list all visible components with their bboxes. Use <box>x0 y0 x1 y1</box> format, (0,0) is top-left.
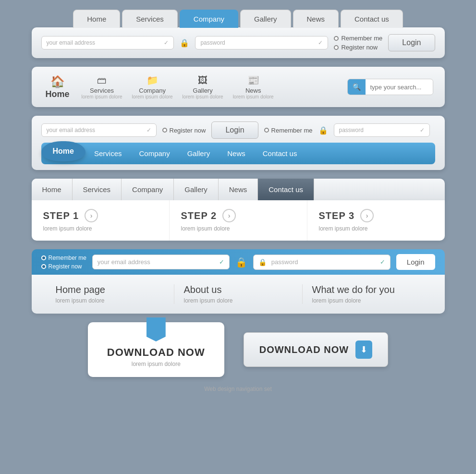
email-field-3[interactable]: your email address ✓ <box>41 123 157 137</box>
login2-password-placeholder: password <box>271 258 298 266</box>
login2-lock-icon: 🔒 <box>235 256 247 268</box>
nav2-news-sub: lorem ipsum dolore <box>233 94 274 99</box>
nav4-steps: STEP 1 › lorem ipsum dolore STEP 2 › lor… <box>32 200 445 241</box>
nav3-item-gallery[interactable]: Gallery <box>179 143 219 164</box>
nav1-bar: your email address ✓ 🔒 password ✓ Rememb… <box>32 27 445 58</box>
step-3-sub: lorem ipsum dolore <box>319 225 433 232</box>
step-3-title: STEP 3 <box>319 210 355 221</box>
register-now-label-1: Register now <box>341 44 378 51</box>
nav1-tab-contact[interactable]: Contact us <box>341 10 403 28</box>
services-icon: 🗃 <box>97 75 107 86</box>
password-field-1[interactable]: password ✓ <box>195 36 328 49</box>
login2-bar: Remember me Register now your email addr… <box>32 249 445 275</box>
download-button-2[interactable]: DOWNLOAD NOW ⬇ <box>244 332 388 367</box>
login2-radio: Remember me Register now <box>41 255 86 270</box>
register-now-1[interactable]: Register now <box>334 44 382 51</box>
step-2-arrow[interactable]: › <box>222 209 236 222</box>
nav3-bar: your email address ✓ Register now Login … <box>32 116 445 170</box>
register-now-label-3: Register now <box>170 127 206 134</box>
download-section: DOWNLOAD NOW lorem ipsum dolore DOWNLOAD… <box>88 322 388 377</box>
nav1-tab-home[interactable]: Home <box>73 10 120 28</box>
step-2-header: STEP 2 › <box>181 209 295 222</box>
nav4-tab-contact[interactable]: Contact us <box>258 179 314 200</box>
nav3-item-news[interactable]: News <box>219 143 254 164</box>
login2-register[interactable]: Register now <box>41 263 86 270</box>
remember-me-1[interactable]: Remember me <box>334 35 382 42</box>
nav4-tab-company[interactable]: Company <box>122 179 174 200</box>
remember-me-3[interactable]: Remember me <box>264 127 313 134</box>
nav1-tab-services[interactable]: Services <box>122 10 178 28</box>
step-3: STEP 3 › lorem ipsum dolore <box>307 200 445 241</box>
nav3-section: your email address ✓ Register now Login … <box>32 116 445 170</box>
info-sub-home: lorem ipsum dolore <box>56 297 164 304</box>
login2-email-field[interactable]: your email address ✓ <box>92 255 230 269</box>
radio-dot-1 <box>334 36 339 41</box>
register-now-3[interactable]: Register now <box>162 127 206 134</box>
nav1-tabs: Home Services Company Gallery News Conta… <box>73 10 403 28</box>
login2-email-placeholder: your email address <box>98 258 150 266</box>
download-ribbon <box>146 317 166 341</box>
info-sub-whatwedo: lorem ipsum dolore <box>312 297 421 304</box>
search-button[interactable]: 🔍 <box>348 79 366 95</box>
nav2-item-services[interactable]: 🗃 Services lorem ipsum dolore <box>82 75 122 99</box>
nav4-top: Home Services Company Gallery News Conta… <box>32 179 445 200</box>
nav2-item-gallery[interactable]: 🖼 Gallery lorem ipsum dolore <box>183 75 223 99</box>
remember-me-label-1: Remember me <box>341 35 382 42</box>
step-3-header: STEP 3 › <box>319 209 433 222</box>
step-2-title: STEP 2 <box>181 210 217 221</box>
password-placeholder-3: password <box>339 127 364 134</box>
nav2-company-sub: lorem ipsum dolore <box>132 94 173 99</box>
nav1-tab-gallery[interactable]: Gallery <box>240 10 291 28</box>
info-sub-about: lorem ipsum dolore <box>184 297 293 304</box>
login-button-3[interactable]: Login <box>211 122 258 139</box>
nav4-tab-gallery[interactable]: Gallery <box>174 179 219 200</box>
nav2-news-label: News <box>245 87 261 94</box>
nav1-tab-news[interactable]: News <box>293 10 339 28</box>
nav2-item-news[interactable]: 📰 News lorem ipsum dolore <box>233 74 274 99</box>
nav2-item-company[interactable]: 📁 Company lorem ipsum dolore <box>132 74 173 99</box>
step-2-sub: lorem ipsum dolore <box>181 225 295 232</box>
download-card-1[interactable]: DOWNLOAD NOW lorem ipsum dolore <box>88 322 224 377</box>
email-field-1[interactable]: your email address ✓ <box>41 36 174 49</box>
nav4-section: Home Services Company Gallery News Conta… <box>32 179 445 241</box>
nav4-tab-news[interactable]: News <box>219 179 258 200</box>
search-bar[interactable]: 🔍 <box>347 79 433 95</box>
email-placeholder-1: your email address <box>47 39 95 46</box>
password-field-3[interactable]: password ✓ <box>334 123 430 137</box>
step-1-arrow[interactable]: › <box>85 209 98 222</box>
nav2-company-label: Company <box>139 87 166 94</box>
search-input[interactable] <box>366 81 433 94</box>
nav3-bottom-nav: Home Services Company Gallery News Conta… <box>41 143 435 164</box>
nav3-home-badge[interactable]: Home <box>41 141 85 161</box>
login2-remember[interactable]: Remember me <box>41 255 86 261</box>
login2-button[interactable]: Login <box>396 254 435 270</box>
nav3-item-services[interactable]: Services <box>85 143 131 164</box>
nav3-item-company[interactable]: Company <box>130 143 178 164</box>
radio-dot-6 <box>264 128 269 133</box>
step-1: STEP 1 › lorem ipsum dolore <box>32 200 170 241</box>
password-placeholder-1: password <box>200 39 225 46</box>
nav2-gallery-label: Gallery <box>193 87 213 94</box>
login2-bottom: Home page lorem ipsum dolore About us lo… <box>32 275 445 314</box>
nav3-item-contact[interactable]: Contact us <box>254 143 306 164</box>
nav1-tab-company[interactable]: Company <box>180 10 238 28</box>
login2-radio-dot-1 <box>41 255 46 260</box>
info-col-whatwedo: What we do for you lorem ipsum dolore <box>303 284 430 304</box>
nav2-home[interactable]: 🏠 Home <box>43 75 72 99</box>
nav4-tab-services[interactable]: Services <box>73 179 122 200</box>
login-button-1[interactable]: Login <box>388 34 435 51</box>
step-2: STEP 2 › lorem ipsum dolore <box>170 200 307 241</box>
info-col-about: About us lorem ipsum dolore <box>174 284 303 304</box>
nav4-tab-home[interactable]: Home <box>32 179 73 200</box>
checkmark-icon-2: ✓ <box>318 39 323 46</box>
login2-password-field[interactable]: 🔒 password ✓ <box>253 255 391 270</box>
lock-icon-1: 🔒 <box>180 38 189 48</box>
checkmark-icon-1: ✓ <box>164 39 169 46</box>
login2-checkmark: ✓ <box>219 258 224 266</box>
radio-dot-5 <box>162 128 167 133</box>
nav1-section: Home Services Company Gallery News Conta… <box>32 10 445 58</box>
step-3-arrow[interactable]: › <box>360 209 374 222</box>
download-btn2-label: DOWNLOAD NOW <box>259 344 349 355</box>
step-1-title: STEP 1 <box>43 210 79 221</box>
remember-me-label-3: Remember me <box>271 127 313 134</box>
